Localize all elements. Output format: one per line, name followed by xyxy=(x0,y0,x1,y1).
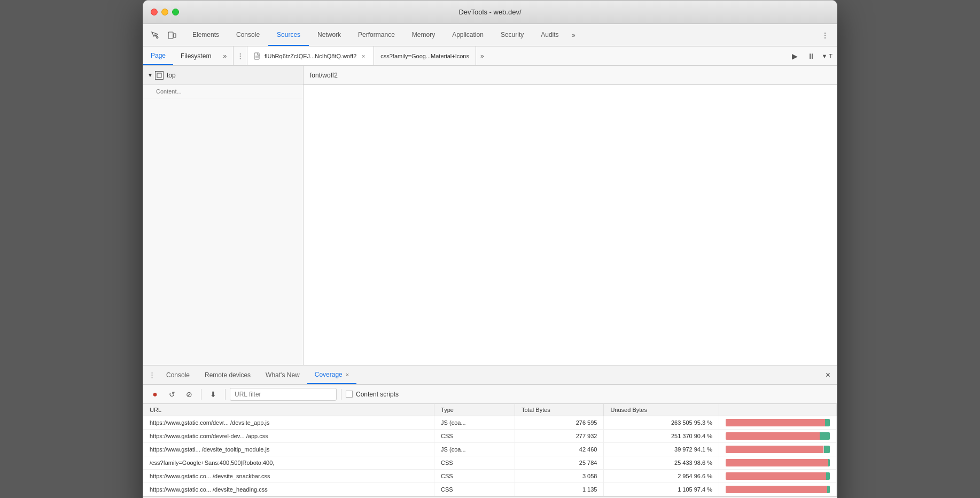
drawer-tab-coverage[interactable]: Coverage × xyxy=(307,365,356,384)
table-row[interactable]: https://www.gstatic.co... /devsite_snack… xyxy=(143,470,837,483)
cell-total-bytes: 276 595 xyxy=(515,416,604,430)
bar-unused xyxy=(726,446,823,453)
col-header-bar xyxy=(719,404,837,416)
col-header-total-bytes[interactable]: Total Bytes xyxy=(515,404,604,416)
devtools-menu-icon[interactable]: ⋮ xyxy=(818,28,833,43)
cell-total-bytes: 42 460 xyxy=(515,443,604,456)
bar-unused xyxy=(726,459,828,466)
col-header-type[interactable]: Type xyxy=(434,404,515,416)
cell-bar xyxy=(719,456,837,470)
usage-bar xyxy=(726,486,830,493)
tab-security[interactable]: Security xyxy=(492,24,532,46)
cell-unused-bytes: 1 105 97.4 % xyxy=(604,483,719,496)
tab-console[interactable]: Console xyxy=(228,24,268,46)
table-row[interactable]: https://www.gstatic.co... /devsite_headi… xyxy=(143,483,837,496)
devtools-window: DevTools - web.dev/ Elements Console xyxy=(143,0,837,498)
drawer-tab-whats-new[interactable]: What's New xyxy=(258,365,307,384)
file-content-area xyxy=(304,85,837,365)
table-row[interactable]: /css?family=Google+Sans:400,500|Roboto:4… xyxy=(143,456,837,470)
tab-performance[interactable]: Performance xyxy=(349,24,403,46)
sources-sub-tabs: Page Filesystem » xyxy=(143,46,234,65)
tab-audits[interactable]: Audits xyxy=(532,24,567,46)
svg-rect-5 xyxy=(157,73,161,77)
coverage-toolbar: ● ↺ ⊘ ⬇ Content scripts xyxy=(143,385,837,404)
file-tabs-more[interactable]: » xyxy=(476,46,488,65)
traffic-lights xyxy=(151,9,179,15)
play-button[interactable]: ▶ xyxy=(788,49,803,64)
close-button[interactable] xyxy=(151,9,158,15)
cell-unused-bytes: 263 505 95.3 % xyxy=(604,416,719,430)
device-toggle-icon[interactable] xyxy=(165,28,180,43)
devtools-tabs-more[interactable]: » xyxy=(567,24,580,46)
bar-unused xyxy=(726,432,820,440)
drawer-tabs-bar: ⋮ Console Remote devices What's New Cove… xyxy=(143,365,837,385)
sources-context-menu[interactable]: ⋮ xyxy=(234,46,247,65)
cell-url: https://www.gstati... /devsite_tooltip_m… xyxy=(143,443,434,456)
file-tab-css[interactable]: css?family=Goog...Material+Icons xyxy=(374,46,476,65)
coverage-table-container: URL Type Total Bytes Unused Bytes https:… xyxy=(143,404,837,496)
cell-total-bytes: 25 784 xyxy=(515,456,604,470)
cell-unused-bytes: 2 954 96.6 % xyxy=(604,470,719,483)
font-path-bar: font/woff2 xyxy=(304,66,837,85)
tab-elements[interactable]: Elements xyxy=(184,24,228,46)
cell-total-bytes: 1 135 xyxy=(515,483,604,496)
pause-button[interactable]: ⏸ xyxy=(804,49,819,64)
maximize-button[interactable] xyxy=(172,9,179,15)
svg-rect-0 xyxy=(168,32,173,38)
cell-url: /css?family=Google+Sans:400,500|Roboto:4… xyxy=(143,456,434,470)
cell-type: CSS xyxy=(434,430,515,443)
table-row[interactable]: https://www.gstatic.com/devr... /devsite… xyxy=(143,416,837,430)
col-header-url[interactable]: URL xyxy=(143,404,434,416)
sources-bar: Page Filesystem » ⋮ flUhRq6tzZcIQEJ...Nc… xyxy=(143,46,837,66)
url-filter-input[interactable] xyxy=(230,388,337,401)
coverage-table-body: https://www.gstatic.com/devr... /devsite… xyxy=(143,416,837,496)
drawer-close-button[interactable]: × xyxy=(821,365,835,384)
file-tab-close[interactable]: × xyxy=(360,52,367,60)
subtab-page[interactable]: Page xyxy=(143,46,173,65)
main-content: ▼ top Content... font/woff2 xyxy=(143,66,837,365)
drawer-tab-remote-devices[interactable]: Remote devices xyxy=(197,365,258,384)
coverage-table: URL Type Total Bytes Unused Bytes https:… xyxy=(143,404,837,496)
cell-type: CSS xyxy=(434,456,515,470)
drawer-tab-console[interactable]: Console xyxy=(159,365,197,384)
usage-bar xyxy=(726,446,830,453)
drawer-more-icon[interactable]: ⋮ xyxy=(145,365,159,384)
tab-sources[interactable]: Sources xyxy=(268,24,309,46)
minimize-button[interactable] xyxy=(161,9,168,15)
table-row[interactable]: https://www.gstatic.com/devrel-dev... /a… xyxy=(143,430,837,443)
window-title: DevTools - web.dev/ xyxy=(458,8,521,16)
usage-bar xyxy=(726,459,830,466)
cell-bar xyxy=(719,483,837,496)
cell-bar xyxy=(719,443,837,456)
table-row[interactable]: https://www.gstati... /devsite_tooltip_m… xyxy=(143,443,837,456)
content-scripts-checkbox[interactable] xyxy=(346,391,353,398)
tree-arrow-icon: ▼ xyxy=(147,72,153,78)
frame-icon xyxy=(155,71,164,80)
panel-top-row[interactable]: ▼ top xyxy=(143,66,303,85)
panel-sub-item[interactable]: Content... xyxy=(143,85,303,98)
coverage-tab-close[interactable]: × xyxy=(346,371,349,378)
toolbar-divider-2 xyxy=(225,389,225,400)
inspect-icon[interactable] xyxy=(147,28,162,43)
col-header-unused-bytes[interactable]: Unused Bytes xyxy=(604,404,719,416)
bar-used xyxy=(825,419,830,426)
stop-button[interactable]: ⊘ xyxy=(182,387,197,402)
cell-bar xyxy=(719,470,837,483)
tab-memory[interactable]: Memory xyxy=(403,24,444,46)
cell-unused-bytes: 251 370 90.4 % xyxy=(604,430,719,443)
content-scripts-label[interactable]: Content scripts xyxy=(346,391,399,398)
record-button[interactable]: ● xyxy=(147,387,162,402)
cell-url: https://www.gstatic.com/devr... /devsite… xyxy=(143,416,434,430)
tab-application[interactable]: Application xyxy=(444,24,492,46)
drawer-toggle[interactable]: ▼ T xyxy=(820,53,835,59)
file-tab-woff2[interactable]: flUhRq6tzZcIQEJ...NcIhQ8tQ.woff2 × xyxy=(247,46,374,65)
table-header-row: URL Type Total Bytes Unused Bytes xyxy=(143,404,837,416)
tab-network[interactable]: Network xyxy=(309,24,349,46)
sources-subtabs-more[interactable]: » xyxy=(219,46,231,65)
refresh-button[interactable]: ↺ xyxy=(165,387,180,402)
download-button[interactable]: ⬇ xyxy=(206,387,221,402)
toolbar-divider xyxy=(201,389,201,400)
subtab-filesystem[interactable]: Filesystem xyxy=(173,46,219,65)
bar-used xyxy=(828,459,830,466)
bar-used xyxy=(826,472,830,480)
